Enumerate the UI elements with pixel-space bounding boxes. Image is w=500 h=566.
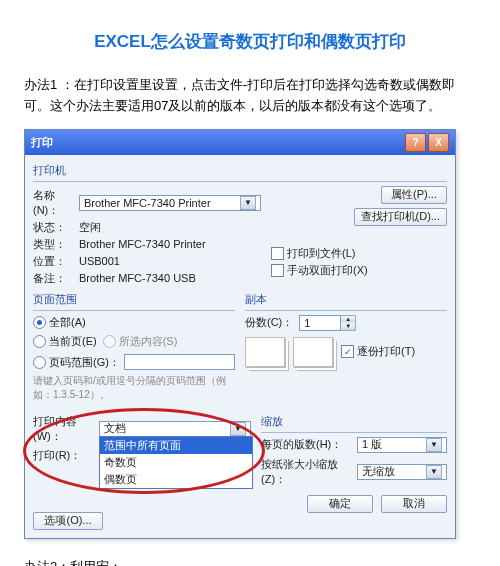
- perpage-value: 1 版: [362, 437, 382, 452]
- printer-name-value: Brother MFC-7340 Printer: [84, 197, 211, 209]
- duplex-checkbox[interactable]: 手动双面打印(X): [271, 263, 447, 278]
- ok-button[interactable]: 确定: [307, 495, 373, 513]
- status-label: 状态：: [33, 220, 79, 235]
- name-label: 名称(N)：: [33, 188, 79, 218]
- properties-button[interactable]: 属性(P)...: [381, 186, 447, 204]
- perpage-combo[interactable]: 1 版 ▼: [357, 437, 447, 453]
- perpage-label: 每页的版数(H)：: [261, 437, 357, 452]
- range-current-radio[interactable]: 当前页(E): [33, 334, 97, 349]
- divider: [33, 310, 235, 311]
- copies-spinner[interactable]: 1 ▲▼: [299, 315, 356, 331]
- method1-text: 办法1 ：在打印设置里设置，点击文件-打印后在打印选择勾选奇数或偶数即可。这个办…: [24, 75, 476, 117]
- content-combo[interactable]: 文档 ▼: [99, 421, 251, 437]
- collate-checkbox[interactable]: ✓逐份打印(T): [341, 344, 415, 359]
- port-value: USB001: [79, 255, 261, 267]
- chevron-down-icon: ▼: [426, 465, 442, 479]
- content-label: 打印内容(W)：: [33, 414, 99, 444]
- group-copies: 副本: [245, 292, 447, 307]
- dropdown-item-even-pages[interactable]: 偶数页: [100, 471, 252, 488]
- collate-pages-icon: [293, 337, 333, 367]
- print-to-file-label: 打印到文件(L): [287, 246, 355, 261]
- print-dialog: 打印 ? X 打印机 名称(N)： Brother MFC-7340 Print…: [24, 129, 456, 539]
- options-button[interactable]: 选项(O)...: [33, 512, 103, 530]
- group-zoom: 缩放: [261, 414, 447, 429]
- checkbox-icon: [271, 247, 284, 260]
- divider: [261, 432, 447, 433]
- range-current-label: 当前页(E): [49, 334, 97, 349]
- radio-icon: [33, 356, 46, 369]
- radio-icon: [103, 335, 116, 348]
- collate-label: 逐份打印(T): [357, 344, 415, 359]
- range-all-radio[interactable]: 全部(A): [33, 315, 235, 330]
- spin-down-icon[interactable]: ▼: [341, 323, 355, 330]
- print-dialog-screenshot: 打印 ? X 打印机 名称(N)： Brother MFC-7340 Print…: [24, 129, 476, 539]
- chevron-down-icon: ▼: [240, 196, 256, 210]
- dropdown-item-all-pages[interactable]: 范围中所有页面: [100, 437, 252, 454]
- print-to-file-checkbox[interactable]: 打印到文件(L): [271, 246, 447, 261]
- range-selected-label: 所选内容(S): [119, 334, 178, 349]
- divider: [33, 181, 447, 182]
- scale-value: 无缩放: [362, 464, 395, 479]
- cancel-button[interactable]: 取消: [381, 495, 447, 513]
- chevron-down-icon: ▼: [230, 422, 246, 436]
- page-title: EXCEL怎么设置奇数页打印和偶数页打印: [24, 30, 476, 53]
- checkbox-icon: [271, 264, 284, 277]
- divider: [245, 310, 447, 311]
- type-value: Brother MFC-7340 Printer: [79, 238, 261, 250]
- range-selected-radio: 所选内容(S): [103, 334, 178, 349]
- method2-label: 办法2：利用宏：: [24, 557, 476, 566]
- comment-value: Brother MFC-7340 USB: [79, 272, 261, 284]
- print-label: 打印(R)：: [33, 448, 99, 463]
- collate-pages-icon: [245, 337, 285, 367]
- radio-icon: [33, 316, 46, 329]
- printer-name-combo[interactable]: Brother MFC-7340 Printer ▼: [79, 195, 261, 211]
- copies-value[interactable]: 1: [299, 315, 341, 331]
- close-button[interactable]: X: [428, 133, 449, 152]
- group-printer: 打印机: [33, 163, 447, 178]
- port-label: 位置：: [33, 254, 79, 269]
- dropdown-item-odd-pages[interactable]: 奇数页: [100, 454, 252, 471]
- help-button[interactable]: ?: [405, 133, 426, 152]
- copies-label: 份数(C)：: [245, 315, 293, 330]
- pages-input[interactable]: [124, 354, 235, 370]
- status-value: 空闲: [79, 220, 261, 235]
- range-hint: 请键入页码和/或用逗号分隔的页码范围（例如：1.3.5-12）。: [33, 374, 235, 402]
- dialog-title: 打印: [31, 135, 53, 150]
- range-pages-label: 页码范围(G)：: [49, 355, 120, 370]
- checkbox-icon: ✓: [341, 345, 354, 358]
- type-label: 类型：: [33, 237, 79, 252]
- spin-up-icon[interactable]: ▲: [341, 316, 355, 323]
- duplex-label: 手动双面打印(X): [287, 263, 368, 278]
- comment-label: 备注：: [33, 271, 79, 286]
- titlebar: 打印 ? X: [25, 130, 455, 155]
- range-all-label: 全部(A): [49, 315, 86, 330]
- chevron-down-icon: ▼: [426, 438, 442, 452]
- print-dropdown-list[interactable]: 范围中所有页面 奇数页 偶数页: [99, 436, 253, 489]
- scale-label: 按纸张大小缩放(Z)：: [261, 457, 357, 487]
- find-printer-button[interactable]: 查找打印机(D)...: [354, 208, 447, 226]
- scale-combo[interactable]: 无缩放 ▼: [357, 464, 447, 480]
- content-value: 文档: [104, 421, 126, 436]
- radio-icon: [33, 335, 46, 348]
- group-range: 页面范围: [33, 292, 235, 307]
- range-pages-radio[interactable]: 页码范围(G)：: [33, 355, 120, 370]
